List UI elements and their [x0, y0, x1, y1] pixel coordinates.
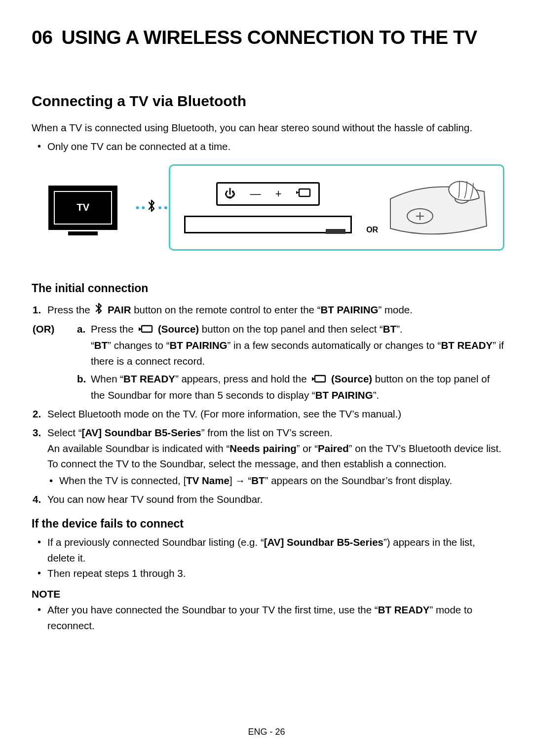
- touch-panel-illustration: [381, 173, 493, 242]
- fail-heading: If the device fails to connect: [32, 517, 504, 530]
- step-2: 2. Select Bluetooth mode on the TV. (For…: [47, 406, 504, 422]
- note-heading: NOTE: [32, 588, 504, 600]
- tv-illustration: TV: [32, 186, 135, 230]
- source-icon: [311, 372, 326, 388]
- svg-rect-4: [315, 376, 325, 382]
- intro-text: When a TV is connected using Bluetooth, …: [32, 120, 504, 136]
- bluetooth-icon: [95, 302, 103, 318]
- note-bullet: After you have connected the Soundbar to…: [47, 602, 504, 634]
- step-1: 1. Press the PAIR button on the remote c…: [47, 302, 504, 318]
- bluetooth-signal-icon: •• ••: [135, 199, 169, 216]
- step-or: (OR) a. Press the (Source) button on the…: [47, 321, 504, 403]
- or-label: OR: [366, 226, 378, 244]
- chapter-title-text: USING A WIRELESS CONNECTION TO THE TV: [61, 27, 477, 48]
- step-3: 3. Select “[AV] Soundbar B5-Series” from…: [47, 425, 504, 489]
- power-icon: ⏻: [225, 188, 235, 200]
- step-3-bullet: When the TV is connected, [TV Name] → “B…: [59, 473, 504, 489]
- soundbar-body: [184, 216, 352, 233]
- initial-connection-heading: The initial connection: [32, 282, 504, 295]
- step-b: b. When “BT READY” appears, press and ho…: [91, 371, 504, 403]
- source-icon: [138, 322, 153, 338]
- minus-icon: —: [250, 188, 261, 200]
- step-4: 4. You can now hear TV sound from the So…: [47, 491, 504, 507]
- svg-rect-3: [142, 326, 152, 332]
- page-footer: ENG - 26: [0, 727, 533, 737]
- intro-bullet: Only one TV can be connected at a time.: [47, 139, 504, 154]
- source-icon: [296, 187, 311, 201]
- or-tag: (OR): [33, 321, 54, 337]
- tv-label: TV: [76, 202, 89, 213]
- step-a: a. Press the (Source) button on the top …: [91, 321, 504, 369]
- chapter-number: 06: [32, 27, 52, 48]
- plus-icon: +: [275, 188, 282, 200]
- tv-screen: TV: [48, 186, 117, 230]
- fail-bullet-1: If a previously connected Soundbar listi…: [47, 534, 504, 566]
- soundbar-control-panel: ⏻ — +: [216, 182, 320, 206]
- fail-bullet-2: Then repeat steps 1 through 3.: [47, 566, 504, 581]
- soundbar-illustration: ⏻ — + OR: [169, 164, 504, 251]
- bluetooth-icon: [147, 199, 156, 216]
- chapter-title: 06USING A WIRELESS CONNECTION TO THE TV: [32, 27, 504, 48]
- connection-diagram: TV •• •• ⏻ — + OR: [32, 163, 504, 252]
- section-title: Connecting a TV via Bluetooth: [32, 93, 504, 110]
- svg-rect-0: [299, 189, 310, 196]
